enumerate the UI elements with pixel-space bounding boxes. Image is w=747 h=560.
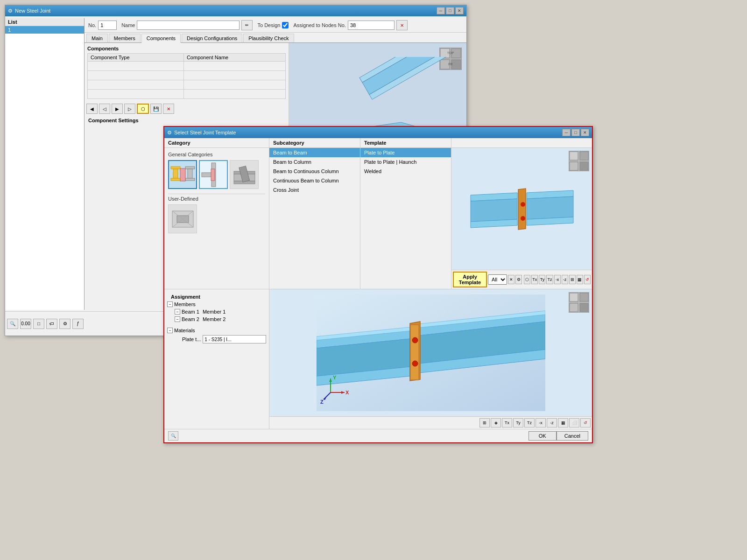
preview-3d-beam-svg xyxy=(466,167,578,251)
template-plate-to-plate[interactable]: Plate to Plate xyxy=(360,148,451,157)
filter-clear-btn[interactable]: ✕ xyxy=(508,275,514,284)
assigned-clear-btn[interactable]: ✕ xyxy=(396,20,408,30)
cancel-btn[interactable]: Cancel xyxy=(557,431,588,441)
beam1-expand[interactable]: − xyxy=(175,309,180,315)
plate-material-label: Plate t... xyxy=(182,336,201,342)
bp-neg-x-btn[interactable]: -x xyxy=(536,418,546,427)
comp-delete-btn[interactable]: ✕ xyxy=(163,104,174,114)
comp-btn-2[interactable]: ◁ xyxy=(99,104,110,114)
template-plate-to-plate-haunch[interactable]: Plate to Plate | Haunch xyxy=(360,157,451,167)
subcategory-beam-to-column[interactable]: Beam to Column xyxy=(269,157,360,167)
top-preview-nav-cube[interactable] xyxy=(569,151,589,172)
filter-settings-btn[interactable]: ⚙ xyxy=(515,275,522,284)
svg-rect-36 xyxy=(580,162,588,170)
list-item-1[interactable]: 1 xyxy=(5,26,84,34)
view-z-btn[interactable]: Tz xyxy=(546,275,553,284)
bp-mode-btn[interactable]: ⬜ xyxy=(569,418,579,427)
bp-layers-btn[interactable]: ⊞ xyxy=(479,418,490,427)
thumbnail-2[interactable] xyxy=(199,160,228,189)
view-x-btn[interactable]: Tx xyxy=(531,275,538,284)
bp-ty-btn[interactable]: Ty xyxy=(513,418,523,427)
svg-rect-18 xyxy=(188,169,192,178)
bg-minimize-btn[interactable]: ─ xyxy=(437,7,445,14)
subcategory-cont-beam-to-column[interactable]: Continuous Beam to Column xyxy=(269,176,360,185)
dialog-footer: 🔍 OK Cancel xyxy=(164,429,592,442)
bg-titlebar: ⚙ New Steel Joint ─ □ ✕ xyxy=(5,5,466,16)
tab-components[interactable]: Components xyxy=(141,34,181,43)
apply-template-btn[interactable]: Apply Template xyxy=(453,272,487,287)
beam2-expand[interactable]: − xyxy=(175,316,180,322)
bg-close-btn[interactable]: ✕ xyxy=(455,7,464,14)
assigned-input[interactable] xyxy=(348,21,395,30)
comp-btn-4[interactable]: ▷ xyxy=(124,104,135,114)
tab-members[interactable]: Members xyxy=(109,34,141,42)
thumbnail-3[interactable] xyxy=(230,160,259,189)
bt-settings-btn[interactable]: ⚙ xyxy=(59,319,70,329)
template-col-header: Template xyxy=(360,138,451,147)
ok-btn[interactable]: OK xyxy=(529,431,557,441)
bt-param-btn[interactable]: ƒ xyxy=(72,319,84,329)
bt-num-btn[interactable]: 0.00 xyxy=(20,319,31,329)
user-defined-label: User-Defined xyxy=(168,196,265,202)
sep-line xyxy=(168,194,265,194)
bt-box-btn[interactable]: □ xyxy=(33,319,44,329)
svg-text:Y: Y xyxy=(333,375,337,380)
view-display-btn[interactable]: ▦ xyxy=(577,275,583,284)
view-neg-x-btn[interactable]: -x xyxy=(554,275,561,284)
dialog-main-area: General Categories xyxy=(164,148,592,289)
comp-btn-1[interactable]: ◀ xyxy=(86,104,98,114)
view-y-btn[interactable]: Ty xyxy=(539,275,545,284)
name-input[interactable] xyxy=(137,21,240,30)
list-header: List xyxy=(5,18,84,26)
fg-close-btn[interactable]: ✕ xyxy=(581,129,589,136)
members-tree-item: − Members xyxy=(167,301,266,308)
template-welded[interactable]: Welded xyxy=(360,167,451,176)
to-design-label: To Design xyxy=(257,22,280,28)
name-edit-btn[interactable]: ✏ xyxy=(241,20,253,30)
svg-rect-22 xyxy=(202,173,212,177)
beam2-label: Beam 2 xyxy=(182,316,199,322)
bottom-preview-nav-cube[interactable] xyxy=(569,292,589,314)
bt-search-btn[interactable]: 🔍 xyxy=(7,319,18,329)
plate-material-input[interactable] xyxy=(203,335,266,343)
bp-neg-z-btn[interactable]: -z xyxy=(547,418,557,427)
bp-tx-btn[interactable]: Tx xyxy=(502,418,512,427)
tab-plausibility-check[interactable]: Plausibility Check xyxy=(243,34,294,42)
category-panel: General Categories xyxy=(164,148,269,289)
tabs-row: Main Members Components Design Configura… xyxy=(85,33,466,43)
comp-template-btn[interactable]: ⬡ xyxy=(137,104,149,114)
subcategory-cross-joint[interactable]: Cross Joint xyxy=(269,185,360,195)
preview-top-panel: Apply Template All ✕ ⚙ ⬡ Tx Ty Tz -x -z … xyxy=(451,148,592,289)
bp-display-btn[interactable]: ▦ xyxy=(558,418,568,427)
view-iso-btn[interactable]: ⬡ xyxy=(524,275,530,284)
fg-minimize-btn[interactable]: ─ xyxy=(562,129,571,136)
bp-tz-btn[interactable]: Tz xyxy=(524,418,535,427)
comp-btn-3[interactable]: ▶ xyxy=(112,104,123,114)
members-expand[interactable]: − xyxy=(167,301,173,307)
bp-reset-btn[interactable]: ↺ xyxy=(580,418,591,427)
tab-design-configurations[interactable]: Design Configurations xyxy=(182,34,242,42)
thumbnail-user-1[interactable] xyxy=(168,204,197,233)
fg-maximize-btn[interactable]: □ xyxy=(571,129,580,136)
thumbnail-1[interactable] xyxy=(168,160,197,189)
subcategory-beam-to-cont-column[interactable]: Beam to Continuous Column xyxy=(269,167,360,176)
assignment-title: Assignment xyxy=(167,292,266,301)
view-layers-btn[interactable]: ⊞ xyxy=(569,275,576,284)
filter-dropdown[interactable]: All xyxy=(488,274,507,285)
preview-bottom-section: Y X Z ⊞ xyxy=(269,289,592,429)
to-design-checkbox[interactable] xyxy=(282,22,289,28)
comp-save-btn[interactable]: 💾 xyxy=(150,104,162,114)
bg-maximize-btn[interactable]: □ xyxy=(446,7,454,14)
footer-search-btn[interactable]: 🔍 xyxy=(168,431,178,441)
materials-expand[interactable]: − xyxy=(167,328,173,333)
subcategory-beam-to-beam[interactable]: Beam to Beam xyxy=(269,148,360,157)
assigned-nodes-group: Assigned to Nodes No. ✕ xyxy=(293,20,408,30)
view-neg-z-btn[interactable]: -z xyxy=(562,275,568,284)
view-reset-btn[interactable]: ↺ xyxy=(584,275,591,284)
tab-main[interactable]: Main xyxy=(86,34,108,42)
svg-point-63 xyxy=(412,361,418,366)
bp-render-btn[interactable]: ◈ xyxy=(491,418,501,427)
no-input[interactable] xyxy=(98,21,117,30)
svg-text:X: X xyxy=(345,390,349,395)
bt-tag-btn[interactable]: 🏷 xyxy=(46,319,57,329)
